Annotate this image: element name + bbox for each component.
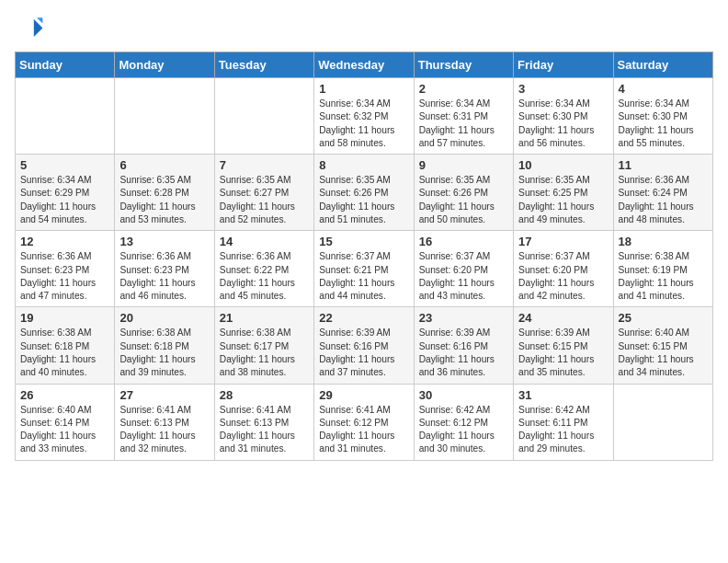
calendar-cell: 13Sunrise: 6:36 AMSunset: 6:23 PMDayligh… <box>115 231 214 307</box>
day-info: Sunrise: 6:34 AMSunset: 6:30 PMDaylight:… <box>518 98 608 150</box>
day-number: 11 <box>619 158 708 172</box>
day-info: Sunrise: 6:37 AMSunset: 6:21 PMDaylight:… <box>319 250 408 303</box>
day-info: Sunrise: 6:42 AMSunset: 6:12 PMDaylight:… <box>419 404 508 456</box>
day-info: Sunrise: 6:35 AMSunset: 6:27 PMDaylight:… <box>220 174 309 226</box>
day-info: Sunrise: 6:37 AMSunset: 6:20 PMDaylight:… <box>419 250 508 303</box>
day-number: 27 <box>119 388 209 402</box>
day-number: 31 <box>518 388 608 402</box>
calendar-cell: 26Sunrise: 6:40 AMSunset: 6:14 PMDayligh… <box>16 384 115 460</box>
calendar-cell <box>16 78 115 155</box>
day-number: 30 <box>419 388 508 402</box>
day-number: 26 <box>20 388 109 402</box>
logo-icon <box>15 15 44 44</box>
day-number: 25 <box>619 311 708 325</box>
calendar-cell: 3Sunrise: 6:34 AMSunset: 6:30 PMDaylight… <box>514 78 613 155</box>
day-number: 17 <box>518 235 608 248</box>
day-info: Sunrise: 6:35 AMSunset: 6:25 PMDaylight:… <box>518 174 608 226</box>
calendar-cell: 27Sunrise: 6:41 AMSunset: 6:13 PMDayligh… <box>115 384 214 460</box>
day-number: 6 <box>119 158 209 172</box>
calendar-week-3: 12Sunrise: 6:36 AMSunset: 6:23 PMDayligh… <box>16 231 713 307</box>
weekday-header-saturday: Saturday <box>613 52 712 78</box>
calendar-cell: 30Sunrise: 6:42 AMSunset: 6:12 PMDayligh… <box>414 384 513 460</box>
day-number: 24 <box>518 311 608 325</box>
day-number: 3 <box>518 82 608 96</box>
calendar-cell: 24Sunrise: 6:39 AMSunset: 6:15 PMDayligh… <box>514 307 613 384</box>
calendar-cell: 20Sunrise: 6:38 AMSunset: 6:18 PMDayligh… <box>115 307 214 384</box>
day-number: 29 <box>319 388 408 402</box>
day-number: 23 <box>419 311 508 325</box>
weekday-header-sunday: Sunday <box>16 52 115 78</box>
day-info: Sunrise: 6:38 AMSunset: 6:18 PMDaylight:… <box>119 327 209 379</box>
calendar-table: SundayMondayTuesdayWednesdayThursdayFrid… <box>15 52 713 461</box>
day-number: 4 <box>619 82 708 96</box>
weekday-header-tuesday: Tuesday <box>214 52 313 78</box>
weekday-header-row: SundayMondayTuesdayWednesdayThursdayFrid… <box>16 52 713 78</box>
calendar-cell: 29Sunrise: 6:41 AMSunset: 6:12 PMDayligh… <box>314 384 414 460</box>
calendar-cell: 31Sunrise: 6:42 AMSunset: 6:11 PMDayligh… <box>514 384 613 460</box>
day-info: Sunrise: 6:41 AMSunset: 6:13 PMDaylight:… <box>220 404 309 456</box>
calendar-cell: 9Sunrise: 6:35 AMSunset: 6:26 PMDaylight… <box>414 155 513 231</box>
calendar-cell: 12Sunrise: 6:36 AMSunset: 6:23 PMDayligh… <box>16 231 115 307</box>
day-info: Sunrise: 6:37 AMSunset: 6:20 PMDaylight:… <box>518 250 608 303</box>
weekday-header-friday: Friday <box>514 52 613 78</box>
day-number: 2 <box>419 82 508 96</box>
day-info: Sunrise: 6:34 AMSunset: 6:32 PMDaylight:… <box>319 98 408 150</box>
day-number: 13 <box>119 235 209 248</box>
calendar-cell: 25Sunrise: 6:40 AMSunset: 6:15 PMDayligh… <box>613 307 712 384</box>
calendar-week-4: 19Sunrise: 6:38 AMSunset: 6:18 PMDayligh… <box>16 307 713 384</box>
day-number: 7 <box>220 158 309 172</box>
day-info: Sunrise: 6:40 AMSunset: 6:15 PMDaylight:… <box>619 327 708 379</box>
calendar-cell: 7Sunrise: 6:35 AMSunset: 6:27 PMDaylight… <box>214 155 313 231</box>
day-info: Sunrise: 6:39 AMSunset: 6:16 PMDaylight:… <box>319 327 408 379</box>
day-info: Sunrise: 6:35 AMSunset: 6:26 PMDaylight:… <box>319 174 408 226</box>
day-info: Sunrise: 6:40 AMSunset: 6:14 PMDaylight:… <box>20 404 109 456</box>
day-info: Sunrise: 6:41 AMSunset: 6:12 PMDaylight:… <box>319 404 408 456</box>
calendar-cell: 8Sunrise: 6:35 AMSunset: 6:26 PMDaylight… <box>314 155 414 231</box>
day-number: 12 <box>20 235 109 248</box>
calendar-cell: 11Sunrise: 6:36 AMSunset: 6:24 PMDayligh… <box>613 155 712 231</box>
day-info: Sunrise: 6:42 AMSunset: 6:11 PMDaylight:… <box>518 404 608 456</box>
day-number: 1 <box>319 82 408 96</box>
page-header <box>15 15 713 44</box>
calendar-cell: 1Sunrise: 6:34 AMSunset: 6:32 PMDaylight… <box>314 78 414 155</box>
day-info: Sunrise: 6:38 AMSunset: 6:19 PMDaylight:… <box>619 250 708 303</box>
day-info: Sunrise: 6:36 AMSunset: 6:23 PMDaylight:… <box>119 250 209 303</box>
calendar-week-5: 26Sunrise: 6:40 AMSunset: 6:14 PMDayligh… <box>16 384 713 460</box>
calendar-week-2: 5Sunrise: 6:34 AMSunset: 6:29 PMDaylight… <box>16 155 713 231</box>
day-info: Sunrise: 6:38 AMSunset: 6:17 PMDaylight:… <box>220 327 309 379</box>
day-info: Sunrise: 6:36 AMSunset: 6:22 PMDaylight:… <box>220 250 309 303</box>
calendar-cell: 6Sunrise: 6:35 AMSunset: 6:28 PMDaylight… <box>115 155 214 231</box>
day-number: 9 <box>419 158 508 172</box>
calendar-cell: 2Sunrise: 6:34 AMSunset: 6:31 PMDaylight… <box>414 78 513 155</box>
calendar-cell: 18Sunrise: 6:38 AMSunset: 6:19 PMDayligh… <box>613 231 712 307</box>
day-number: 14 <box>220 235 309 248</box>
day-number: 10 <box>518 158 608 172</box>
day-number: 16 <box>419 235 508 248</box>
calendar-cell: 14Sunrise: 6:36 AMSunset: 6:22 PMDayligh… <box>214 231 313 307</box>
day-number: 8 <box>319 158 408 172</box>
calendar-cell: 28Sunrise: 6:41 AMSunset: 6:13 PMDayligh… <box>214 384 313 460</box>
day-info: Sunrise: 6:39 AMSunset: 6:15 PMDaylight:… <box>518 327 608 379</box>
calendar-cell <box>214 78 313 155</box>
day-number: 28 <box>220 388 309 402</box>
weekday-header-wednesday: Wednesday <box>314 52 414 78</box>
calendar-cell: 4Sunrise: 6:34 AMSunset: 6:30 PMDaylight… <box>613 78 712 155</box>
day-number: 20 <box>119 311 209 325</box>
day-number: 15 <box>319 235 408 248</box>
calendar-cell <box>613 384 712 460</box>
calendar-cell: 19Sunrise: 6:38 AMSunset: 6:18 PMDayligh… <box>16 307 115 384</box>
day-number: 21 <box>220 311 309 325</box>
day-info: Sunrise: 6:35 AMSunset: 6:26 PMDaylight:… <box>419 174 508 226</box>
day-info: Sunrise: 6:34 AMSunset: 6:30 PMDaylight:… <box>619 98 708 150</box>
calendar-cell: 10Sunrise: 6:35 AMSunset: 6:25 PMDayligh… <box>514 155 613 231</box>
day-info: Sunrise: 6:36 AMSunset: 6:24 PMDaylight:… <box>619 174 708 226</box>
svg-marker-1 <box>37 17 42 23</box>
day-number: 18 <box>619 235 708 248</box>
day-info: Sunrise: 6:41 AMSunset: 6:13 PMDaylight:… <box>119 404 209 456</box>
day-number: 19 <box>20 311 109 325</box>
calendar-cell <box>115 78 214 155</box>
day-info: Sunrise: 6:38 AMSunset: 6:18 PMDaylight:… <box>20 327 109 379</box>
day-info: Sunrise: 6:35 AMSunset: 6:28 PMDaylight:… <box>119 174 209 226</box>
calendar-week-1: 1Sunrise: 6:34 AMSunset: 6:32 PMDaylight… <box>16 78 713 155</box>
calendar-cell: 23Sunrise: 6:39 AMSunset: 6:16 PMDayligh… <box>414 307 513 384</box>
